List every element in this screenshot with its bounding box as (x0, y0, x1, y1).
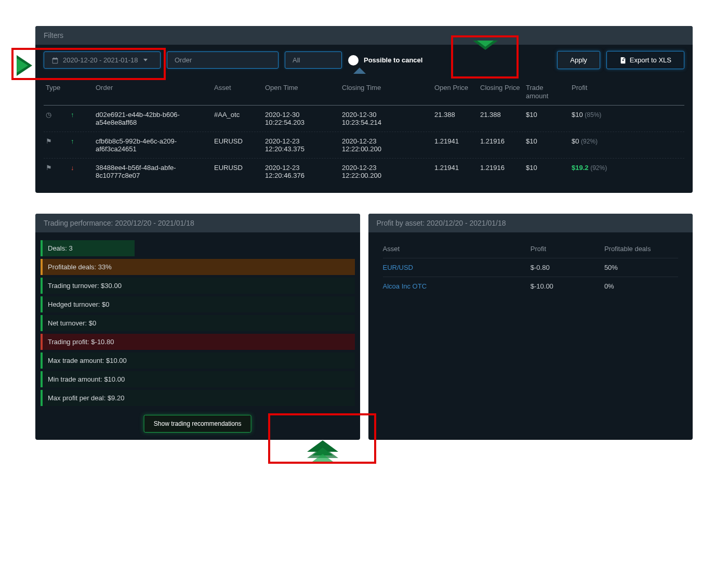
date-range-value: 2020-12-20 - 2021-01-18 (63, 56, 138, 64)
order-id: cfb6b8c5-992b-4e6c-a209-af6f3ca24651 (96, 137, 210, 153)
asset-col-deals: Profitable deals (604, 245, 678, 253)
asset-row: EUR/USD$-0.8050% (383, 258, 679, 277)
asset-deals: 0% (604, 282, 678, 290)
performance-item: Trading profit: $-10.80 (41, 334, 355, 350)
asset-table: Asset Profit Profitable deals EUR/USD$-0… (368, 232, 693, 303)
annotation-arrow-up-inner-2 (312, 454, 333, 462)
flag-icon: ⚑ (46, 137, 52, 145)
closing-time: 2020-12-2312:22:00.200 (342, 137, 430, 153)
closing-time: 2020-12-2312:22:00.200 (342, 164, 430, 179)
performance-item: Hedged turnover: $0 (41, 296, 355, 312)
performance-item: Deals: 3 (41, 240, 355, 256)
all-dropdown[interactable]: All (285, 51, 342, 69)
profit-asset-panel: Profit by asset: 2020/12/20 - 2021/01/18… (368, 214, 693, 440)
table-header: Type Order Asset Open Time Closing Time … (44, 79, 684, 106)
closing-time: 2020-12-3010:23:54.214 (342, 111, 430, 126)
performance-panel: Trading performance: 2020/12/20 - 2021/0… (35, 214, 360, 440)
performance-text: Trading profit: $-10.80 (43, 334, 355, 350)
performance-title: Trading performance: 2020/12/20 - 2021/0… (35, 214, 360, 232)
open-price: 1.21941 (434, 164, 476, 172)
order-id: d02e6921-e44b-42bb-b606-a54e8e8aff68 (96, 111, 210, 126)
filters-header: Filters (35, 26, 693, 45)
performance-item: Profitable deals: 33% (41, 259, 355, 275)
clock-icon: ◷ (46, 111, 51, 119)
performance-item: Trading turnover: $30.00 (41, 278, 355, 294)
calendar-icon (51, 57, 59, 64)
show-recommendations-button[interactable]: Show trading recommendations (144, 415, 252, 433)
annotation-arrow-right-inner (17, 58, 28, 73)
asset-link[interactable]: EUR/USD (383, 264, 531, 271)
asset-col-asset: Asset (383, 245, 531, 253)
col-type: Type (46, 84, 67, 92)
bottom-panels: Trading performance: 2020/12/20 - 2021/0… (35, 214, 693, 461)
closing-price: 21.388 (480, 111, 522, 119)
performance-text: Profitable deals: 33% (43, 259, 355, 275)
performance-text: Max trade amount: $10.00 (43, 352, 355, 369)
performance-text: Net turnover: $0 (43, 315, 355, 331)
apply-button[interactable]: Apply (557, 51, 600, 69)
trade-amount: $10 (526, 111, 567, 119)
performance-text: Min trade amount: $10.00 (43, 371, 355, 387)
profit-asset-title: Profit by asset: 2020/12/20 - 2021/01/18 (368, 214, 693, 232)
trade-amount: $10 (526, 137, 567, 145)
arrow-down-icon: ↓ (71, 164, 74, 172)
asset-row: Alcoa Inc OTC$-10.000% (383, 277, 679, 295)
performance-text: Max profit per deal: $9.20 (43, 390, 355, 406)
filters-row: 2020-12-20 - 2021-01-18 Order All Possib… (35, 45, 693, 79)
trade-amount: $10 (526, 164, 567, 172)
cancel-toggle[interactable]: Possible to cancel (348, 55, 422, 66)
annotation-arrow-down-inner (477, 41, 494, 47)
col-open-time: Open Time (265, 84, 338, 92)
flag-icon: ⚑ (46, 164, 52, 172)
col-trade-amount: Trade amount (526, 84, 567, 100)
asset-name: EURUSD (214, 164, 261, 172)
caret-down-icon (143, 59, 148, 61)
arrow-up-icon: ↑ (71, 137, 74, 145)
performance-text: Deals: 3 (43, 240, 355, 256)
col-profit: Profit (572, 84, 624, 92)
performance-item: Max trade amount: $10.00 (41, 352, 355, 369)
open-price: 1.21941 (434, 137, 476, 145)
order-id: 38488ee4-b56f-48ad-abfe-8c10777c8e07 (96, 164, 210, 179)
performance-item: Min trade amount: $10.00 (41, 371, 355, 387)
col-open-price: Open Price (434, 84, 476, 92)
date-range-picker[interactable]: 2020-12-20 - 2021-01-18 (44, 51, 161, 69)
open-time: 2020-12-3010:22:54.203 (265, 111, 338, 126)
cancel-label: Possible to cancel (364, 56, 422, 64)
performance-text: Trading turnover: $30.00 (43, 278, 355, 294)
toggle-dot-icon (348, 55, 359, 66)
export-xls-button[interactable]: Export to XLS (606, 51, 684, 69)
profit-cell: $10 (85%) (572, 111, 624, 119)
col-closing-time: Closing Time (342, 84, 430, 92)
open-time: 2020-12-2312:20:46.376 (265, 164, 338, 179)
profit-cell: $19.2 (92%) (572, 164, 624, 172)
table-row: ⚑↓38488ee4-b56f-48ad-abfe-8c10777c8e07EU… (44, 159, 684, 185)
asset-link[interactable]: Alcoa Inc OTC (383, 282, 531, 290)
caret-up-icon (353, 68, 366, 74)
col-closing-price: Closing Price (480, 84, 522, 92)
asset-name: EURUSD (214, 137, 261, 145)
filters-panel: Filters 2020-12-20 - 2021-01-18 Order Al… (35, 26, 693, 193)
asset-col-profit: Profit (531, 245, 604, 253)
profit-cell: $0 (92%) (572, 137, 624, 145)
performance-item: Max profit per deal: $9.20 (41, 390, 355, 406)
performance-list: Deals: 3Profitable deals: 33%Trading tur… (35, 232, 360, 440)
table-row: ⚑↑cfb6b8c5-992b-4e6c-a209-af6f3ca24651EU… (44, 132, 684, 159)
asset-profit: $-0.80 (531, 264, 604, 271)
col-asset: Asset (214, 84, 261, 92)
open-price: 21.388 (434, 111, 476, 119)
closing-price: 1.21916 (480, 164, 522, 172)
closing-price: 1.21916 (480, 137, 522, 145)
asset-deals: 50% (604, 264, 678, 271)
table-row: ◷↑d02e6921-e44b-42bb-b606-a54e8e8aff68#A… (44, 106, 684, 132)
performance-item: Net turnover: $0 (41, 315, 355, 331)
performance-text: Hedged turnover: $0 (43, 296, 355, 312)
col-order: Order (96, 84, 210, 92)
order-input[interactable]: Order (167, 51, 279, 69)
open-time: 2020-12-2312:20:43.375 (265, 137, 338, 153)
trades-table: Type Order Asset Open Time Closing Time … (35, 79, 693, 193)
asset-name: #AA_otc (214, 111, 261, 119)
asset-table-header: Asset Profit Profitable deals (383, 240, 679, 258)
arrow-up-icon: ↑ (71, 111, 74, 119)
asset-profit: $-10.00 (531, 282, 604, 290)
